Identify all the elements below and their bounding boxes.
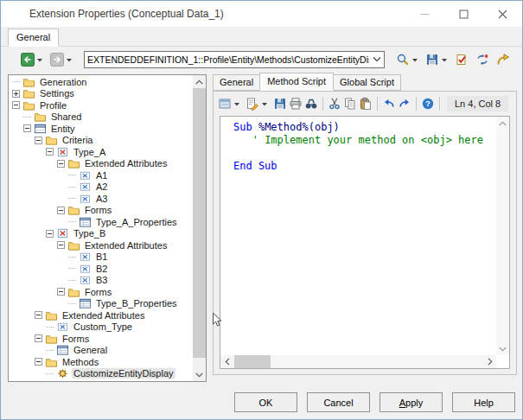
editor-horizontal-scrollbar[interactable] [220,355,496,368]
editor-menu-button[interactable] [217,96,233,111]
collapse-icon[interactable] [23,124,31,132]
help-button[interactable]: Help [452,392,515,412]
tree-item[interactable]: Methods [9,356,193,368]
scroll-left-button[interactable] [220,355,233,368]
edit-button-dropdown[interactable] [260,97,269,111]
tab-general[interactable]: General [213,74,260,91]
folder-icon [67,204,80,216]
tab-method-script[interactable]: Method Script [259,73,334,91]
find-button[interactable] [303,96,319,111]
profile-tree: GenerationSettingsProfileSharedEntityCri… [9,76,193,381]
collapse-icon[interactable] [12,101,20,109]
tree-item[interactable]: B1 [9,251,193,264]
scrollbar-thumb[interactable] [193,88,206,358]
forward-button-dropdown[interactable] [65,53,73,67]
scrollbar-thumb[interactable] [234,355,271,368]
back-button-dropdown[interactable] [35,53,44,67]
undo-button[interactable] [381,96,397,111]
tree-item-label: Extended Attributes [61,310,146,321]
tree-item[interactable]: Settings [9,88,193,100]
tree-item[interactable]: Forms [9,286,193,298]
collapse-icon[interactable] [35,334,42,342]
expand-icon[interactable] [12,90,20,98]
tree-item[interactable]: A3 [9,193,193,205]
collapse-icon[interactable] [46,230,54,238]
help-button[interactable]: ? [420,96,436,111]
script-code[interactable]: Sub %Method%(obj) ' Implement your metho… [220,117,496,355]
cut-button[interactable] [327,96,342,111]
tree-item[interactable]: Generation [9,76,193,88]
tree-item[interactable]: Extended Attributes [9,158,193,170]
collapse-icon[interactable] [46,148,54,156]
tree-item[interactable]: B3 [9,275,193,287]
tree-connector [23,117,31,118]
editor-menu-button-dropdown[interactable] [233,97,241,111]
tree-item[interactable]: Type_B [9,228,193,240]
collapse-icon[interactable] [57,241,65,249]
collapse-icon[interactable] [35,311,42,319]
tree-item[interactable]: Profile [9,99,193,111]
collapse-icon[interactable] [57,207,65,214]
tree-item[interactable]: General [9,345,193,357]
redo-button[interactable] [397,96,412,111]
tree-item[interactable]: Extended Attributes [9,309,193,321]
tree-item-label: Forms [61,334,91,344]
paste-button[interactable] [358,96,373,111]
collapse-icon[interactable] [57,160,65,168]
tab-global-script[interactable]: Global Script [333,74,401,91]
collapse-icon[interactable] [35,358,42,366]
code-line: Sub %Method%(obj) [233,121,493,134]
tree-item-label: A3 [94,194,109,204]
code-segment [233,134,252,146]
tree-item[interactable]: A2 [9,181,193,194]
maximize-button[interactable] [444,1,483,27]
collapse-icon[interactable] [57,288,65,296]
scroll-right-button[interactable] [483,355,496,368]
tree-item[interactable]: Entity [9,123,193,135]
cancel-button[interactable]: Cancel [307,392,370,412]
chevron-down-icon[interactable] [370,52,384,67]
save-button[interactable] [424,52,440,67]
tree-item[interactable]: Type_B_Properties [9,298,193,310]
print-button[interactable] [288,96,303,111]
scroll-up-button[interactable] [496,117,509,130]
tree-vertical-scrollbar[interactable] [193,75,206,381]
scroll-down-button[interactable] [193,368,206,381]
tree-item[interactable]: A1 [9,169,193,181]
tree-item[interactable]: Forms [9,205,193,217]
tree-item[interactable]: Extended Attributes [9,239,193,251]
script-tab-strip: GeneralMethod ScriptGlobal Script [213,74,517,91]
edit-button[interactable] [245,96,260,111]
script-editor[interactable]: Sub %Method%(obj) ' Implement your metho… [220,116,510,369]
save-button-dropdown[interactable] [440,53,449,67]
tree-item[interactable]: CustomizeEntityDisplay [9,368,193,380]
tree-item[interactable]: Shared [9,111,193,124]
search-button-dropdown[interactable] [411,53,419,67]
goto-button[interactable] [495,52,511,67]
tree-item[interactable]: Custom_Type [9,321,193,334]
tree-item[interactable]: Type_A_Properties [9,216,193,228]
tab-general-outer[interactable]: General [8,29,59,47]
scroll-down-button[interactable] [496,342,509,355]
collapse-icon[interactable] [35,137,42,144]
tree-item[interactable]: B2 [9,263,193,275]
minimize-button[interactable] [405,1,444,27]
back-button[interactable] [20,52,35,67]
compare-button[interactable] [475,52,490,67]
object-path-input[interactable] [85,53,370,67]
copy-button[interactable] [342,96,358,111]
close-button[interactable] [483,1,522,27]
tree-item[interactable]: Criteria [9,135,193,147]
ok-button[interactable]: OK [234,392,297,412]
editor-vertical-scrollbar[interactable] [496,117,509,355]
tree-connector [68,303,76,304]
save-button[interactable] [272,96,288,111]
check-model-button[interactable] [454,52,469,67]
scroll-up-button[interactable] [193,75,206,88]
tree-item[interactable]: Forms [9,333,193,345]
apply-button[interactable]: Apply [379,392,443,412]
search-button[interactable] [395,52,411,67]
tree-item[interactable]: Type_A [9,146,193,158]
object-path-combobox[interactable] [84,51,385,68]
forward-button[interactable] [49,52,65,67]
